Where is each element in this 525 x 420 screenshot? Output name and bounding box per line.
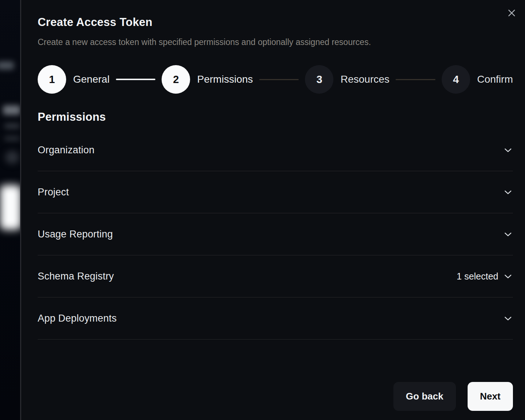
permission-group-controls: 1 selected <box>457 271 513 282</box>
stepper-connector <box>116 79 156 80</box>
blurred-page-text <box>4 124 20 128</box>
modal-title: Create Access Token <box>38 15 513 29</box>
permission-group-project[interactable]: Project <box>38 171 513 213</box>
close-button[interactable] <box>505 7 518 19</box>
permission-group-controls <box>503 145 513 155</box>
step-label: Confirm <box>477 74 513 85</box>
permission-group-app-deployments[interactable]: App Deployments <box>38 297 513 340</box>
selected-count-badge: 1 selected <box>457 271 498 282</box>
permission-group-controls <box>503 187 513 197</box>
step-label: General <box>73 74 110 85</box>
chevron-down-icon <box>503 187 513 197</box>
step-number-circle: 4 <box>442 65 470 94</box>
step-label: Permissions <box>197 74 253 85</box>
permission-group-controls <box>503 314 513 323</box>
permission-group-label: Usage Reporting <box>38 229 113 240</box>
permission-groups-list: Organization Project Usage Reporting <box>38 129 513 340</box>
permission-group-schema-registry[interactable]: Schema Registry 1 selected <box>38 255 513 297</box>
modal-footer: Go back Next <box>393 382 513 411</box>
step-number-circle: 3 <box>305 65 333 94</box>
blurred-page-card <box>0 185 21 230</box>
blurred-page-text <box>3 105 20 115</box>
modal-subtitle: Create a new access token with specified… <box>38 37 513 48</box>
stepper-step-resources[interactable]: 3 Resources <box>305 65 389 94</box>
permission-group-organization[interactable]: Organization <box>38 129 513 171</box>
chevron-down-icon <box>503 314 513 323</box>
go-back-button[interactable]: Go back <box>393 382 456 411</box>
step-number-circle: 1 <box>38 65 66 94</box>
create-access-token-modal: Create Access Token Create a new access … <box>20 0 525 420</box>
next-button[interactable]: Next <box>468 382 513 411</box>
permission-group-usage-reporting[interactable]: Usage Reporting <box>38 213 513 255</box>
chevron-down-icon <box>503 271 513 281</box>
permission-group-label: Organization <box>38 145 95 156</box>
permission-group-label: Schema Registry <box>38 271 114 282</box>
stepper-step-permissions[interactable]: 2 Permissions <box>162 65 253 94</box>
permission-group-label: App Deployments <box>38 313 117 324</box>
stepper-step-confirm[interactable]: 4 Confirm <box>442 65 513 94</box>
stepper-step-general[interactable]: 1 General <box>38 65 110 94</box>
blurred-page-text <box>0 61 14 70</box>
permission-group-controls <box>503 229 513 239</box>
stepper-connector <box>396 79 435 80</box>
stepper: 1 General 2 Permissions 3 Resources 4 Co… <box>38 65 513 94</box>
permission-group-label: Project <box>38 187 69 198</box>
close-icon <box>507 8 517 18</box>
chevron-down-icon <box>503 145 513 155</box>
stepper-connector <box>259 79 299 80</box>
blurred-page-icon <box>5 151 19 164</box>
permissions-heading: Permissions <box>38 110 513 124</box>
blurred-page-text <box>4 136 20 141</box>
step-label: Resources <box>340 74 389 85</box>
chevron-down-icon <box>503 229 513 239</box>
step-number-circle: 2 <box>162 65 190 94</box>
